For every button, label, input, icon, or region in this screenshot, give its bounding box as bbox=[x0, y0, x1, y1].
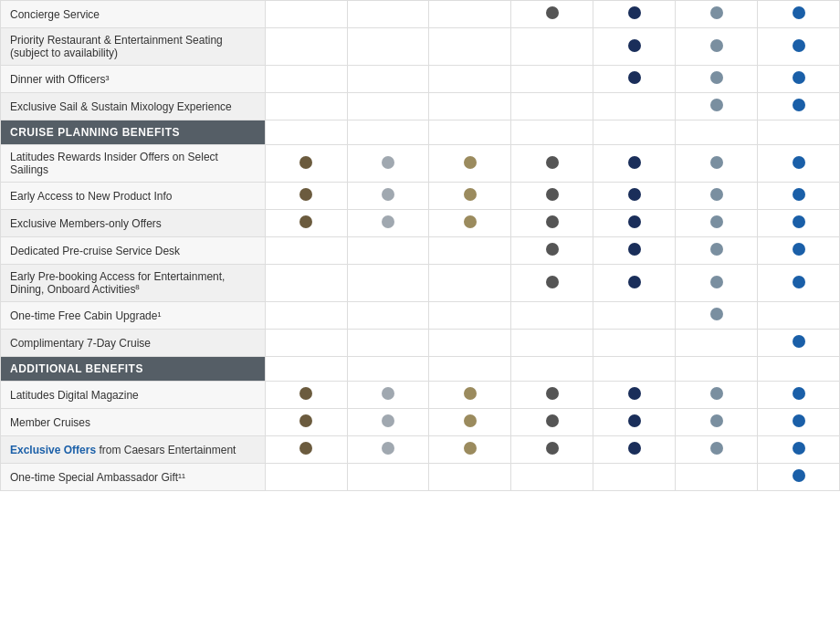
table-row: Member Cruises bbox=[1, 409, 840, 436]
benefit-cell bbox=[758, 382, 840, 409]
benefit-cell bbox=[758, 237, 840, 265]
section-header-empty-col bbox=[511, 357, 593, 382]
benefit-cell bbox=[758, 93, 840, 120]
benefit-dot bbox=[382, 442, 394, 455]
benefit-dot bbox=[628, 387, 641, 400]
benefit-dot bbox=[299, 215, 312, 228]
benefit-dot bbox=[793, 387, 805, 400]
section-header-empty-col bbox=[511, 120, 593, 145]
benefit-cell bbox=[265, 1, 347, 28]
benefit-cell bbox=[347, 183, 429, 210]
benefit-dot bbox=[464, 387, 477, 400]
benefit-dot bbox=[546, 188, 559, 201]
benefit-cell bbox=[347, 237, 429, 265]
benefit-dot bbox=[464, 156, 477, 169]
benefit-dot bbox=[793, 71, 805, 84]
benefit-dot bbox=[546, 243, 559, 256]
benefit-cell bbox=[676, 409, 758, 436]
benefit-cell bbox=[758, 145, 840, 183]
benefit-cell bbox=[676, 464, 758, 491]
benefit-cell bbox=[429, 183, 511, 210]
row-label: Dedicated Pre-cruise Service Desk bbox=[1, 237, 266, 265]
row-label: Dinner with Officers³ bbox=[1, 66, 266, 93]
benefit-cell bbox=[511, 382, 593, 409]
benefit-dot bbox=[793, 215, 805, 228]
row-label: Latitudes Digital Magazine bbox=[1, 382, 266, 409]
exclusive-offers-link[interactable]: Exclusive Offers bbox=[10, 444, 96, 456]
benefit-dot bbox=[793, 39, 805, 52]
section-header-empty-col bbox=[429, 120, 511, 145]
section-header-label: ADDITIONAL BENEFITS bbox=[1, 357, 266, 382]
row-label: Member Cruises bbox=[1, 409, 266, 436]
table-row: Early Pre-booking Access for Entertainme… bbox=[1, 265, 840, 302]
benefit-dot bbox=[710, 6, 723, 19]
benefit-cell bbox=[429, 93, 511, 120]
benefit-dot bbox=[793, 335, 805, 348]
benefit-dot bbox=[382, 414, 394, 427]
benefit-dot bbox=[382, 156, 394, 169]
benefit-cell bbox=[676, 302, 758, 330]
benefit-cell bbox=[265, 409, 347, 436]
table-row: One-time Free Cabin Upgrade¹ bbox=[1, 302, 840, 330]
benefit-dot bbox=[464, 215, 477, 228]
benefit-dot bbox=[546, 387, 559, 400]
benefit-cell bbox=[511, 330, 593, 357]
benefit-cell bbox=[676, 93, 758, 120]
benefit-cell bbox=[758, 409, 840, 436]
benefit-cell bbox=[511, 464, 593, 491]
table-row: Early Access to New Product Info bbox=[1, 183, 840, 210]
benefit-cell bbox=[429, 436, 511, 464]
benefit-cell bbox=[593, 28, 676, 66]
section-header-row: CRUISE PLANNING BENEFITS bbox=[1, 120, 840, 145]
benefit-cell bbox=[347, 409, 429, 436]
benefit-cell bbox=[758, 66, 840, 93]
benefit-cell bbox=[265, 28, 347, 66]
benefit-dot bbox=[710, 414, 723, 427]
benefit-cell bbox=[429, 66, 511, 93]
benefit-cell bbox=[593, 330, 676, 357]
benefit-dot bbox=[299, 188, 312, 201]
benefit-dot bbox=[299, 156, 312, 169]
benefit-cell bbox=[265, 464, 347, 491]
benefit-dot bbox=[710, 387, 723, 400]
benefit-dot bbox=[710, 39, 723, 52]
benefit-cell bbox=[676, 265, 758, 302]
benefit-cell bbox=[265, 382, 347, 409]
benefit-cell bbox=[511, 1, 593, 28]
benefit-dot bbox=[710, 243, 723, 256]
benefit-dot bbox=[710, 215, 723, 228]
benefit-cell bbox=[347, 1, 429, 28]
benefit-cell bbox=[593, 464, 676, 491]
benefit-dot bbox=[628, 414, 641, 427]
benefit-dot bbox=[628, 243, 641, 256]
benefit-dot bbox=[793, 6, 805, 19]
benefit-cell bbox=[511, 210, 593, 237]
benefit-cell bbox=[265, 302, 347, 330]
section-header-empty-col bbox=[593, 357, 676, 382]
benefit-cell bbox=[511, 265, 593, 302]
benefit-cell bbox=[593, 409, 676, 436]
table-row: Concierge Service bbox=[1, 1, 840, 28]
benefit-dot bbox=[628, 156, 641, 169]
benefit-dot bbox=[628, 215, 641, 228]
benefit-cell bbox=[347, 265, 429, 302]
row-label: Exclusive Offers from Caesars Entertainm… bbox=[1, 436, 266, 464]
benefit-cell bbox=[347, 330, 429, 357]
benefit-cell bbox=[429, 210, 511, 237]
benefit-cell bbox=[347, 464, 429, 491]
benefit-dot bbox=[628, 442, 641, 455]
benefit-cell bbox=[676, 183, 758, 210]
benefit-cell bbox=[758, 1, 840, 28]
benefit-cell bbox=[429, 464, 511, 491]
benefit-cell bbox=[511, 28, 593, 66]
section-header-empty-col bbox=[593, 120, 676, 145]
benefit-cell bbox=[265, 210, 347, 237]
benefit-cell bbox=[676, 210, 758, 237]
benefit-cell bbox=[593, 265, 676, 302]
benefit-dot bbox=[710, 99, 723, 111]
row-label: Exclusive Members-only Offers bbox=[1, 210, 266, 237]
benefit-cell bbox=[265, 265, 347, 302]
benefit-cell bbox=[593, 382, 676, 409]
benefit-dot bbox=[710, 188, 723, 201]
benefit-cell bbox=[676, 382, 758, 409]
